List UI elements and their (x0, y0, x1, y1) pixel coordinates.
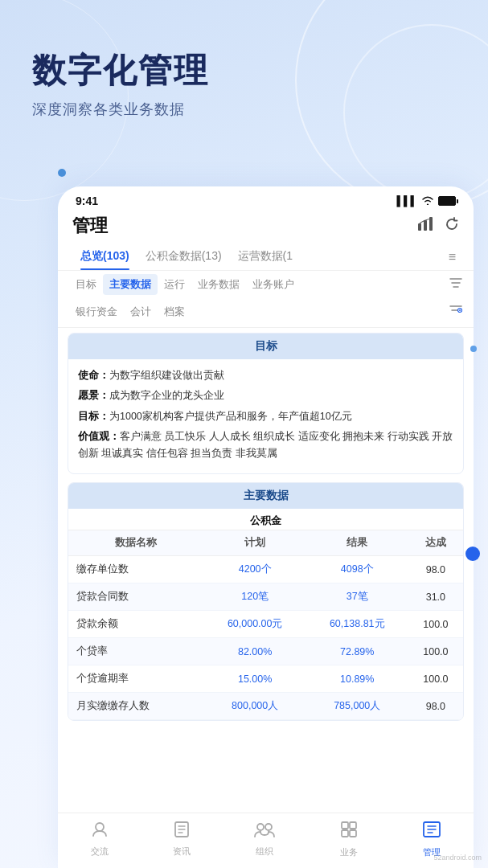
tabs-row3: 银行资金 会计 档案 (58, 298, 474, 328)
main-title: 数字化管理 (32, 48, 456, 93)
svg-point-15 (257, 824, 264, 830)
cell-achieve: 100.0 (408, 611, 463, 638)
svg-point-10 (96, 823, 104, 831)
time: 9:41 (76, 194, 98, 207)
values-row: 价值观：客户满意 员工快乐 人人成长 组织成长 适应变化 拥抱未来 行动实践 开… (78, 428, 453, 463)
tab-overview[interactable]: 总览(103) (72, 244, 137, 270)
chart-icon[interactable] (417, 217, 433, 235)
tab-main-data[interactable]: 主要数据 (103, 274, 158, 295)
filter-icon-2[interactable] (449, 305, 462, 319)
goal-row: 目标：为1000家机构客户提供产品和服务，年产值超10亿元 (78, 408, 453, 425)
refresh-icon[interactable] (445, 217, 459, 235)
cell-plan: 120笔 (204, 583, 306, 611)
nav-biz[interactable]: 业务 (339, 820, 359, 858)
dot-accent-1 (58, 169, 66, 177)
dot-accent-2 (465, 547, 480, 561)
biz-icon (339, 820, 359, 844)
nav-biz-label: 业务 (340, 846, 358, 858)
vision-row: 愿景：成为数字企业的龙头企业 (78, 387, 453, 404)
sub-title: 深度洞察各类业务数据 (32, 100, 456, 119)
cell-name: 个贷逾期率 (68, 665, 204, 693)
svg-point-16 (265, 824, 272, 830)
content-area: 目标 使命：为数字组织建设做出贡献 愿景：成为数字企业的龙头企业 目标：为100… (58, 328, 474, 813)
cell-plan: 15.00% (204, 665, 306, 693)
tab-target[interactable]: 目标 (69, 274, 103, 295)
svg-rect-18 (350, 822, 356, 829)
col-achieve: 达成 (408, 530, 463, 556)
cell-plan: 60,000.00元 (204, 611, 306, 638)
news-icon (174, 821, 190, 843)
manage-icon (422, 820, 441, 844)
cell-result: 785,000人 (306, 693, 408, 720)
cell-result: 72.89% (306, 638, 408, 665)
wifi-icon (421, 195, 434, 207)
main-data-table: 数据名称 计划 结果 达成 缴存单位数 4200个 4098个 98.0 贷款合… (68, 530, 463, 720)
cell-result: 4098个 (306, 556, 408, 583)
cell-achieve: 98.0 (408, 556, 463, 583)
tab-run[interactable]: 运行 (158, 274, 191, 295)
svg-rect-1 (424, 220, 427, 231)
cell-name: 个贷率 (68, 638, 204, 665)
svg-rect-17 (342, 822, 348, 829)
col-name: 数据名称 (68, 530, 204, 556)
target-section-body: 使命：为数字组织建设做出贡献 愿景：成为数字企业的龙头企业 目标：为1000家机… (68, 359, 463, 473)
nav-exchange-label: 交流 (91, 845, 109, 858)
bottom-nav: 交流 资讯 (58, 813, 474, 868)
cell-name: 贷款合同数 (68, 583, 204, 611)
tab-biz-data[interactable]: 业务数据 (191, 274, 246, 295)
table-row: 贷款余额 60,000.00元 60,138.81元 100.0 (68, 611, 463, 638)
target-section-header: 目标 (68, 334, 463, 359)
tab-accounting[interactable]: 会计 (124, 301, 158, 322)
svg-rect-20 (350, 830, 356, 837)
table-row: 月实缴缴存人数 800,000人 785,000人 98.0 (68, 693, 463, 720)
nav-news-label: 资讯 (173, 845, 191, 858)
filter-icon[interactable] (449, 277, 462, 292)
svg-rect-0 (418, 223, 421, 231)
exchange-icon (90, 821, 109, 843)
battery-icon (438, 196, 456, 206)
cell-result: 60,138.81元 (306, 611, 408, 638)
main-data-section: 主要数据 公积金 数据名称 计划 结果 达成 缴存单位数 4200个 4098个… (68, 482, 464, 721)
app-title: 管理 (72, 214, 108, 238)
more-icon[interactable]: ≡ (445, 245, 459, 269)
main-data-header: 主要数据 (68, 483, 463, 509)
cell-plan: 4200个 (204, 556, 306, 583)
col-result: 结果 (306, 530, 408, 556)
cell-name: 贷款余额 (68, 611, 204, 638)
mission-row: 使命：为数字组织建设做出贡献 (78, 367, 453, 384)
status-bar: 9:41 ▌▌▌ (58, 186, 474, 211)
nav-org[interactable]: 组织 (254, 821, 275, 858)
signal-icon: ▌▌▌ (396, 195, 417, 207)
tabs-row2: 目标 主要数据 运行 业务数据 业务账户 (58, 271, 474, 298)
table-row: 个贷率 82.00% 72.89% 100.0 (68, 638, 463, 665)
svg-rect-19 (342, 830, 348, 837)
cell-plan: 800,000人 (204, 693, 306, 720)
phone-card: 9:41 ▌▌▌ 管理 (58, 186, 474, 868)
cell-achieve: 98.0 (408, 693, 463, 720)
main-data-sub-header: 公积金 (68, 509, 463, 530)
cell-result: 10.89% (306, 665, 408, 693)
cell-name: 缴存单位数 (68, 556, 204, 583)
header-icons (417, 217, 459, 235)
watermark: 52android.com (433, 854, 482, 862)
target-section: 目标 使命：为数字组织建设做出贡献 愿景：成为数字企业的龙头企业 目标：为100… (68, 333, 464, 474)
tab-archive[interactable]: 档案 (158, 301, 191, 322)
cell-achieve: 31.0 (408, 583, 463, 611)
status-icons: ▌▌▌ (396, 195, 456, 207)
cell-plan: 82.00% (204, 638, 306, 665)
dot-accent-3 (470, 346, 477, 352)
cell-achieve: 100.0 (408, 638, 463, 665)
cell-achieve: 100.0 (408, 665, 463, 693)
svg-point-9 (459, 309, 461, 311)
app-header: 管理 (58, 211, 474, 244)
nav-manage[interactable]: 管理 (422, 820, 441, 858)
nav-news[interactable]: 资讯 (173, 821, 191, 858)
tab-biz-account[interactable]: 业务账户 (246, 274, 301, 295)
tabs-row1: 总览(103) 公积金数据(13) 运营数据(1 ≡ (58, 244, 474, 271)
tab-ops-data[interactable]: 运营数据(1 (230, 244, 301, 270)
cell-name: 月实缴缴存人数 (68, 693, 204, 720)
nav-exchange[interactable]: 交流 (90, 821, 109, 858)
tab-bank-fund[interactable]: 银行资金 (69, 301, 124, 322)
table-row: 个贷逾期率 15.00% 10.89% 100.0 (68, 665, 463, 693)
tab-gjj-data[interactable]: 公积金数据(13) (137, 244, 230, 270)
